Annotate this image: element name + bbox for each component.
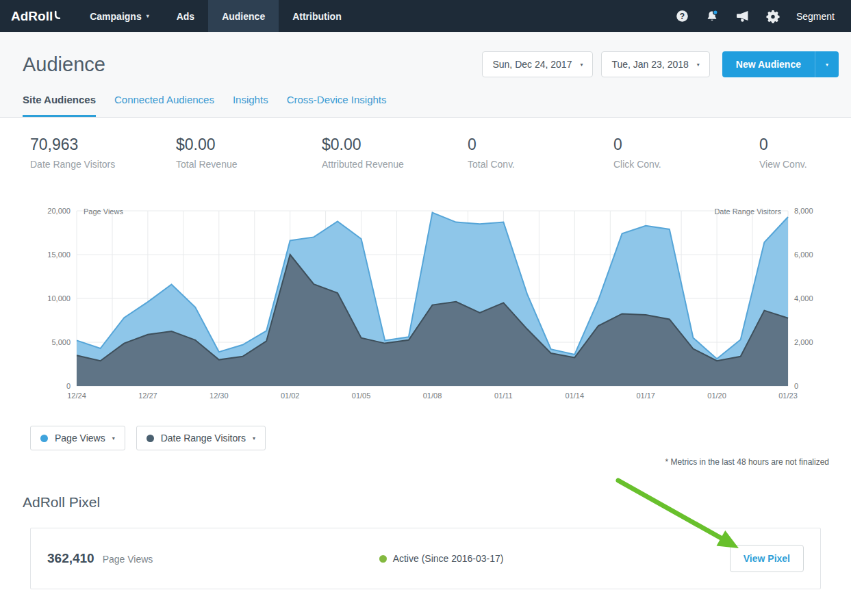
nav-audience[interactable]: Audience xyxy=(208,0,279,32)
legend-row: Page Views ▾ Date Range Visitors ▾ xyxy=(0,404,851,450)
start-date-dropdown[interactable]: Sun, Dec 24, 2017 ▾ xyxy=(482,51,593,77)
segment-menu[interactable]: Segment xyxy=(796,11,835,22)
end-date-dropdown[interactable]: Tue, Jan 23, 2018 ▾ xyxy=(601,51,709,77)
svg-text:01/08: 01/08 xyxy=(423,392,442,400)
chart-section: 05,00010,00015,00020,00002,0004,0006,000… xyxy=(30,200,821,404)
header-top: Audience Sun, Dec 24, 2017 ▾ Tue, Jan 23… xyxy=(0,32,851,83)
svg-text:12/24: 12/24 xyxy=(67,392,86,400)
stat-label: Attributed Revenue xyxy=(322,159,468,170)
announcements-megaphone-icon[interactable] xyxy=(735,10,750,23)
page-views-dot-icon xyxy=(40,435,48,442)
tabs: Site Audiences Connected Audiences Insig… xyxy=(0,83,851,117)
svg-text:20,000: 20,000 xyxy=(47,207,71,215)
adroll-pixel-section: AdRoll Pixel 362,410 Page Views Active (… xyxy=(0,467,851,589)
page-header: Audience Sun, Dec 24, 2017 ▾ Tue, Jan 23… xyxy=(0,32,851,118)
adroll-logo-text: AdRoll xyxy=(11,9,53,24)
area-chart: 05,00010,00015,00020,00002,0004,0006,000… xyxy=(30,200,821,404)
svg-text:0: 0 xyxy=(794,382,798,390)
nav-items: Campaigns ▾ Ads Audience Attribution xyxy=(76,0,355,32)
chevron-down-icon: ▾ xyxy=(697,62,700,68)
svg-text:01/14: 01/14 xyxy=(566,392,585,400)
legend-date-range-visitors-dropdown[interactable]: Date Range Visitors ▾ xyxy=(136,426,266,450)
adroll-pixel-card: 362,410 Page Views Active (Since 2016-03… xyxy=(30,528,821,589)
svg-text:12/30: 12/30 xyxy=(209,392,229,400)
stat-label: View Conv. xyxy=(759,159,821,170)
nav-attribution[interactable]: Attribution xyxy=(279,0,355,32)
adroll-pixel-title: AdRoll Pixel xyxy=(23,494,821,511)
end-date-value: Tue, Jan 23, 2018 xyxy=(611,59,688,70)
svg-text:10,000: 10,000 xyxy=(47,294,71,303)
stat-value: 0 xyxy=(468,136,613,154)
date-range-visitors-dot-icon xyxy=(147,435,154,442)
chevron-down-icon: ▾ xyxy=(253,435,255,441)
stat-label: Date Range Visitors xyxy=(30,159,176,170)
chevron-down-icon: ▾ xyxy=(147,13,149,19)
status-dot-icon xyxy=(379,555,387,563)
chevron-down-icon: ▾ xyxy=(580,62,583,68)
tab-insights[interactable]: Insights xyxy=(233,94,268,117)
legend-label: Date Range Visitors xyxy=(161,433,246,444)
chevron-down-icon: ▾ xyxy=(112,435,115,441)
tab-cross-device-insights[interactable]: Cross-Device Insights xyxy=(287,94,387,117)
stat-click-conv: 0 Click Conv. xyxy=(613,136,759,170)
new-audience-split-button: New Audience ▾ xyxy=(722,51,839,77)
help-icon[interactable]: ? xyxy=(676,10,689,23)
stat-value: $0.00 xyxy=(322,136,468,154)
stat-label: Click Conv. xyxy=(613,159,759,170)
svg-text:01/23: 01/23 xyxy=(778,392,798,400)
stat-value: 0 xyxy=(613,136,759,154)
legend-page-views-dropdown[interactable]: Page Views ▾ xyxy=(30,426,125,450)
svg-text:01/05: 01/05 xyxy=(352,392,371,400)
legend-label: Page Views xyxy=(55,433,105,444)
svg-text:01/17: 01/17 xyxy=(636,392,655,400)
header-actions: Sun, Dec 24, 2017 ▾ Tue, Jan 23, 2018 ▾ … xyxy=(482,51,839,77)
stat-view-conv: 0 View Conv. xyxy=(759,136,821,170)
svg-text:6,000: 6,000 xyxy=(794,251,813,259)
stat-value: $0.00 xyxy=(176,136,322,154)
tab-connected-audiences[interactable]: Connected Audiences xyxy=(114,94,214,117)
stat-total-revenue: $0.00 Total Revenue xyxy=(176,136,322,170)
nav-right: ? Segment xyxy=(676,0,851,32)
svg-text:12/27: 12/27 xyxy=(138,392,157,400)
svg-text:01/02: 01/02 xyxy=(281,392,300,400)
pixel-page-views-label: Page Views xyxy=(103,554,153,565)
stat-label: Total Revenue xyxy=(176,159,322,170)
new-audience-button[interactable]: New Audience xyxy=(722,51,815,77)
pixel-page-views: 362,410 Page Views xyxy=(47,551,153,566)
svg-text:01/20: 01/20 xyxy=(707,392,726,400)
svg-text:0: 0 xyxy=(66,382,71,390)
svg-text:8,000: 8,000 xyxy=(794,207,813,215)
svg-text:Date Range Visitors: Date Range Visitors xyxy=(714,207,781,216)
svg-text:?: ? xyxy=(680,12,685,21)
adroll-logo-swoosh-icon xyxy=(54,9,61,24)
start-date-value: Sun, Dec 24, 2017 xyxy=(492,59,572,70)
stat-date-range-visitors: 70,963 Date Range Visitors xyxy=(30,136,176,170)
stat-total-conv: 0 Total Conv. xyxy=(468,136,613,170)
stat-value: 70,963 xyxy=(30,136,176,154)
stat-label: Total Conv. xyxy=(468,159,613,170)
svg-text:2,000: 2,000 xyxy=(794,338,813,346)
svg-text:4,000: 4,000 xyxy=(794,294,813,303)
svg-text:Page Views: Page Views xyxy=(84,207,123,216)
pixel-status: Active (Since 2016-03-17) xyxy=(379,553,504,564)
view-pixel-button[interactable]: View Pixel xyxy=(730,545,804,572)
pixel-status-text: Active (Since 2016-03-17) xyxy=(393,553,504,564)
pixel-page-views-value: 362,410 xyxy=(47,551,94,566)
nav-campaigns-label: Campaigns xyxy=(90,11,141,22)
svg-text:15,000: 15,000 xyxy=(47,251,71,259)
top-navbar: AdRoll Campaigns ▾ Ads Audience Attribut… xyxy=(0,0,851,32)
adroll-logo[interactable]: AdRoll xyxy=(0,0,76,32)
settings-gear-icon[interactable] xyxy=(766,10,780,23)
stats-row: 70,963 Date Range Visitors $0.00 Total R… xyxy=(0,118,851,174)
nav-ads[interactable]: Ads xyxy=(163,0,208,32)
stat-value: 0 xyxy=(759,136,821,154)
stat-attributed-revenue: $0.00 Attributed Revenue xyxy=(322,136,468,170)
notifications-bell-icon[interactable] xyxy=(705,10,719,23)
new-audience-dropdown[interactable]: ▾ xyxy=(815,51,839,77)
tab-site-audiences[interactable]: Site Audiences xyxy=(23,94,96,117)
svg-text:01/11: 01/11 xyxy=(494,392,513,400)
nav-campaigns[interactable]: Campaigns ▾ xyxy=(76,0,162,32)
svg-text:5,000: 5,000 xyxy=(51,338,71,346)
metrics-footnote: * Metrics in the last 48 hours are not f… xyxy=(0,450,851,467)
page-title: Audience xyxy=(23,53,105,76)
